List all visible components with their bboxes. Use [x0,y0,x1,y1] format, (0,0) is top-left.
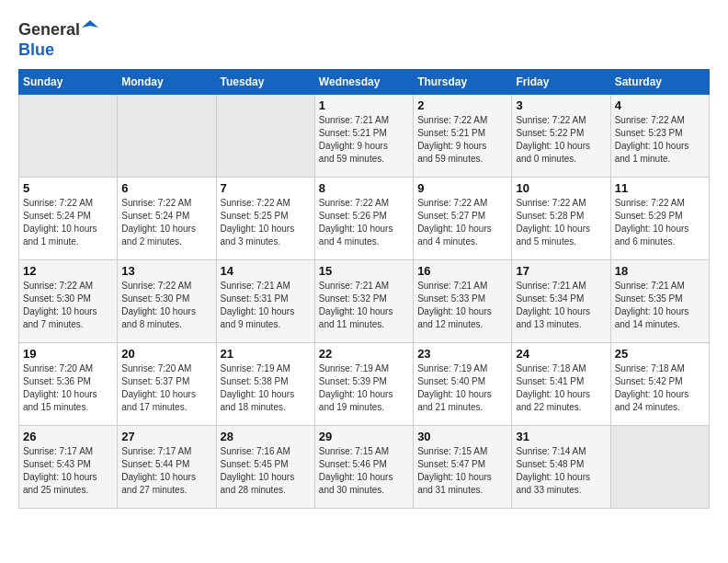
day-info: Sunrise: 7:19 AM Sunset: 5:39 PM Dayligh… [319,362,409,414]
day-info: Sunrise: 7:19 AM Sunset: 5:40 PM Dayligh… [417,362,507,414]
logo-bird-icon [82,18,98,35]
calendar-week-row: 1Sunrise: 7:21 AM Sunset: 5:21 PM Daylig… [19,95,710,178]
column-header-thursday: Thursday [414,70,512,95]
calendar-cell: 22Sunrise: 7:19 AM Sunset: 5:39 PM Dayli… [314,343,413,426]
column-header-tuesday: Tuesday [216,70,314,95]
day-info: Sunrise: 7:20 AM Sunset: 5:36 PM Dayligh… [23,362,113,414]
logo-general: General [18,20,80,39]
day-info: Sunrise: 7:18 AM Sunset: 5:41 PM Dayligh… [516,362,606,414]
day-number: 8 [319,181,409,195]
day-info: Sunrise: 7:22 AM Sunset: 5:30 PM Dayligh… [121,280,211,331]
calendar-cell: 4Sunrise: 7:22 AM Sunset: 5:23 PM Daylig… [610,95,709,178]
calendar-cell: 17Sunrise: 7:21 AM Sunset: 5:34 PM Dayli… [512,260,610,343]
calendar-cell: 25Sunrise: 7:18 AM Sunset: 5:42 PM Dayli… [610,343,709,426]
day-number: 30 [417,430,507,443]
day-number: 18 [615,264,705,278]
calendar-cell: 19Sunrise: 7:20 AM Sunset: 5:36 PM Dayli… [19,343,118,426]
day-number: 29 [319,430,409,443]
day-number: 9 [417,181,507,195]
day-info: Sunrise: 7:21 AM Sunset: 5:33 PM Dayligh… [417,280,507,331]
calendar-cell: 24Sunrise: 7:18 AM Sunset: 5:41 PM Dayli… [512,343,610,426]
day-info: Sunrise: 7:22 AM Sunset: 5:28 PM Dayligh… [516,197,606,248]
calendar-cell: 14Sunrise: 7:21 AM Sunset: 5:31 PM Dayli… [216,260,314,343]
day-info: Sunrise: 7:19 AM Sunset: 5:38 PM Dayligh… [221,362,311,414]
day-info: Sunrise: 7:22 AM Sunset: 5:24 PM Dayligh… [23,197,113,248]
calendar-cell: 15Sunrise: 7:21 AM Sunset: 5:32 PM Dayli… [314,260,413,343]
calendar-table: SundayMondayTuesdayWednesdayThursdayFrid… [18,69,710,509]
day-number: 20 [121,347,211,361]
day-number: 26 [23,430,113,443]
day-number: 16 [417,264,507,278]
calendar-cell [610,426,709,509]
logo-blue: Blue [18,40,54,59]
day-info: Sunrise: 7:22 AM Sunset: 5:25 PM Dayligh… [221,197,311,248]
day-info: Sunrise: 7:14 AM Sunset: 5:48 PM Dayligh… [516,445,606,497]
calendar-cell: 8Sunrise: 7:22 AM Sunset: 5:26 PM Daylig… [314,178,413,260]
day-number: 13 [121,264,211,278]
day-info: Sunrise: 7:22 AM Sunset: 5:27 PM Dayligh… [417,197,507,248]
day-info: Sunrise: 7:21 AM Sunset: 5:34 PM Dayligh… [516,280,606,331]
calendar-cell: 30Sunrise: 7:15 AM Sunset: 5:47 PM Dayli… [414,426,512,509]
day-number: 7 [221,181,311,195]
calendar-cell [216,95,314,178]
column-header-saturday: Saturday [610,70,709,95]
day-info: Sunrise: 7:17 AM Sunset: 5:43 PM Dayligh… [23,445,113,497]
day-number: 19 [23,347,113,361]
day-number: 17 [516,264,606,278]
day-info: Sunrise: 7:22 AM Sunset: 5:22 PM Dayligh… [516,114,606,166]
calendar-cell: 11Sunrise: 7:22 AM Sunset: 5:29 PM Dayli… [610,178,709,260]
day-info: Sunrise: 7:18 AM Sunset: 5:42 PM Dayligh… [615,362,705,414]
calendar-cell: 6Sunrise: 7:22 AM Sunset: 5:24 PM Daylig… [118,178,216,260]
day-info: Sunrise: 7:22 AM Sunset: 5:21 PM Dayligh… [417,114,507,166]
calendar-cell: 26Sunrise: 7:17 AM Sunset: 5:43 PM Dayli… [19,426,118,509]
calendar-cell: 23Sunrise: 7:19 AM Sunset: 5:40 PM Dayli… [414,343,512,426]
day-info: Sunrise: 7:16 AM Sunset: 5:45 PM Dayligh… [221,445,311,497]
day-number: 1 [319,98,409,112]
day-info: Sunrise: 7:17 AM Sunset: 5:44 PM Dayligh… [121,445,211,497]
day-info: Sunrise: 7:21 AM Sunset: 5:31 PM Dayligh… [221,280,311,331]
calendar-cell: 27Sunrise: 7:17 AM Sunset: 5:44 PM Dayli… [118,426,216,509]
calendar-cell: 1Sunrise: 7:21 AM Sunset: 5:21 PM Daylig… [314,95,413,178]
day-number: 21 [221,347,311,361]
day-info: Sunrise: 7:21 AM Sunset: 5:21 PM Dayligh… [319,114,409,166]
calendar-week-row: 26Sunrise: 7:17 AM Sunset: 5:43 PM Dayli… [19,426,710,509]
day-number: 3 [516,98,606,112]
day-number: 6 [121,181,211,195]
day-info: Sunrise: 7:22 AM Sunset: 5:30 PM Dayligh… [23,280,113,331]
day-number: 23 [417,347,507,361]
calendar-header-row: SundayMondayTuesdayWednesdayThursdayFrid… [19,70,710,95]
calendar-cell: 3Sunrise: 7:22 AM Sunset: 5:22 PM Daylig… [512,95,610,178]
day-number: 14 [221,264,311,278]
day-number: 22 [319,347,409,361]
column-header-sunday: Sunday [19,70,118,95]
day-info: Sunrise: 7:22 AM Sunset: 5:29 PM Dayligh… [615,197,705,248]
calendar-week-row: 19Sunrise: 7:20 AM Sunset: 5:36 PM Dayli… [19,343,710,426]
day-number: 2 [417,98,507,112]
day-number: 27 [121,430,211,443]
calendar-cell: 13Sunrise: 7:22 AM Sunset: 5:30 PM Dayli… [118,260,216,343]
column-header-friday: Friday [512,70,610,95]
day-number: 12 [23,264,113,278]
calendar-cell: 10Sunrise: 7:22 AM Sunset: 5:28 PM Dayli… [512,178,610,260]
day-info: Sunrise: 7:21 AM Sunset: 5:35 PM Dayligh… [615,280,705,331]
calendar-cell: 12Sunrise: 7:22 AM Sunset: 5:30 PM Dayli… [19,260,118,343]
calendar-cell: 31Sunrise: 7:14 AM Sunset: 5:48 PM Dayli… [512,426,610,509]
calendar-week-row: 12Sunrise: 7:22 AM Sunset: 5:30 PM Dayli… [19,260,710,343]
calendar-cell: 9Sunrise: 7:22 AM Sunset: 5:27 PM Daylig… [414,178,512,260]
day-number: 5 [23,181,113,195]
calendar-cell: 21Sunrise: 7:19 AM Sunset: 5:38 PM Dayli… [216,343,314,426]
calendar-cell [19,95,118,178]
day-info: Sunrise: 7:22 AM Sunset: 5:26 PM Dayligh… [319,197,409,248]
day-number: 15 [319,264,409,278]
day-number: 4 [615,98,705,112]
day-number: 11 [615,181,705,195]
day-number: 25 [615,347,705,361]
logo: General Blue [18,18,98,60]
day-info: Sunrise: 7:15 AM Sunset: 5:47 PM Dayligh… [417,445,507,497]
calendar-cell: 16Sunrise: 7:21 AM Sunset: 5:33 PM Dayli… [414,260,512,343]
calendar-cell: 20Sunrise: 7:20 AM Sunset: 5:37 PM Dayli… [118,343,216,426]
day-info: Sunrise: 7:21 AM Sunset: 5:32 PM Dayligh… [319,280,409,331]
calendar-cell: 5Sunrise: 7:22 AM Sunset: 5:24 PM Daylig… [19,178,118,260]
day-number: 31 [516,430,606,443]
day-info: Sunrise: 7:22 AM Sunset: 5:24 PM Dayligh… [121,197,211,248]
